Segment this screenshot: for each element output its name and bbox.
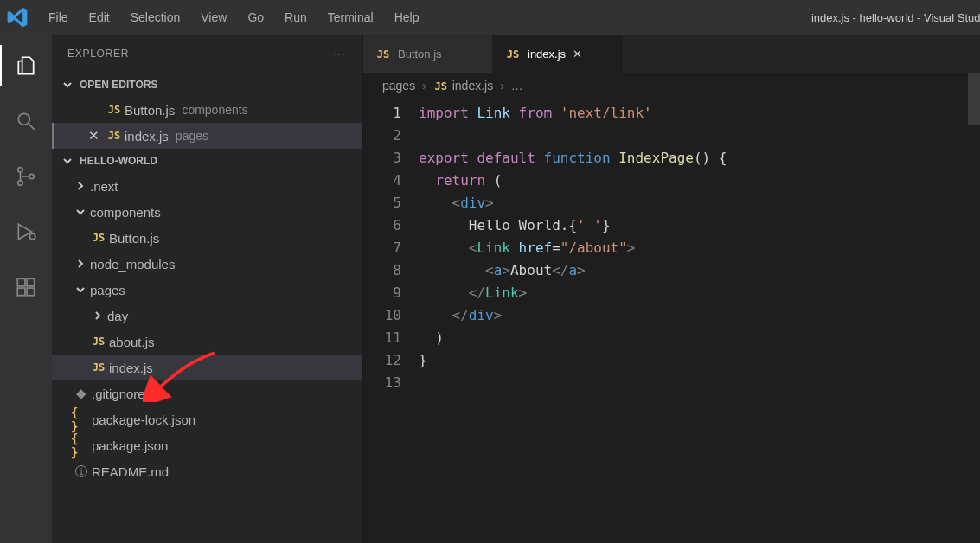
gutter-line-number: 3 (363, 147, 419, 169)
breadcrumbs[interactable]: pages›JS index.js›… (363, 73, 980, 99)
menu-view[interactable]: View (190, 3, 237, 31)
js-file-icon: JS (106, 130, 122, 142)
js-file-icon: JS (91, 232, 106, 244)
code-text: </div> (419, 304, 502, 327)
open-editor-meta: components (182, 103, 247, 117)
file-name: Button.js (109, 231, 159, 246)
code-line[interactable]: 8 <a>About</a> (363, 259, 980, 282)
code-line[interactable]: 7 <Link href="/about"> (363, 237, 980, 259)
code-line[interactable]: 11 ) (363, 327, 980, 349)
menu-run[interactable]: Run (274, 3, 317, 31)
chevron-right-icon: › (422, 79, 426, 93)
open-editors-label: OPEN EDITORS (80, 79, 157, 91)
folder-item[interactable]: pages (52, 277, 362, 303)
folder-item[interactable]: .next (52, 173, 362, 199)
chevron-right-icon (88, 310, 107, 321)
code-line[interactable]: 6 Hello World.{' '} (363, 214, 980, 237)
file-item[interactable]: { }package-lock.json (52, 406, 362, 432)
folder-item[interactable]: day (52, 303, 362, 329)
activity-extensions-icon[interactable] (5, 266, 47, 308)
activity-source-control-icon[interactable] (5, 156, 47, 197)
open-editor-name: index.js (125, 129, 169, 144)
json-file-icon: { } (71, 431, 92, 459)
code-line[interactable]: 5 <div> (363, 192, 980, 214)
code-line[interactable]: 4 return ( (363, 169, 980, 192)
svg-rect-6 (27, 278, 35, 286)
editor-tabs-bar: JSButton.jsJSindex.js✕ (363, 35, 980, 73)
code-text: <a>About</a> (419, 259, 586, 282)
code-line[interactable]: 13 (363, 372, 980, 394)
breadcrumb-item[interactable]: JS index.js (433, 79, 493, 93)
folder-name: day (107, 309, 128, 323)
file-item[interactable]: JSButton.js (52, 225, 362, 251)
code-line[interactable]: 2 (363, 125, 980, 147)
code-line[interactable]: 10 </div> (363, 304, 980, 327)
sidebar-title-bar: EXPLORER ··· (52, 35, 362, 73)
menu-selection[interactable]: Selection (120, 3, 191, 31)
code-line[interactable]: 12} (363, 349, 980, 372)
activity-search-icon[interactable] (5, 100, 47, 142)
file-item[interactable]: iREADME.md (52, 458, 362, 484)
menu-go[interactable]: Go (237, 3, 274, 31)
folder-name: pages (90, 283, 125, 297)
svg-point-0 (18, 113, 29, 125)
js-file-icon: JS (505, 48, 521, 61)
activity-run-debug-icon[interactable] (5, 211, 47, 252)
menu-help[interactable]: Help (384, 3, 430, 31)
side-bar: EXPLORER ··· OPEN EDITORS JSButton.jscom… (52, 35, 363, 543)
file-name: about.js (109, 335, 155, 349)
workbench: EXPLORER ··· OPEN EDITORS JSButton.jscom… (0, 35, 980, 543)
editor-tab[interactable]: JSindex.js✕ (493, 35, 623, 73)
close-icon[interactable]: ✕ (83, 128, 104, 144)
folder-item[interactable]: components (52, 199, 362, 225)
file-name: package-lock.json (92, 412, 195, 427)
file-name: package.json (92, 438, 168, 453)
gutter-line-number: 13 (363, 372, 419, 394)
gutter-line-number: 10 (363, 304, 419, 327)
menu-file[interactable]: File (38, 3, 79, 31)
svg-rect-7 (17, 288, 25, 296)
folder-name: components (90, 205, 161, 220)
editor-tab[interactable]: JSButton.js (363, 35, 493, 73)
workspace-label: HELLO-WORLD (80, 155, 157, 167)
gutter-line-number: 7 (363, 237, 419, 259)
open-editors-header[interactable]: OPEN EDITORS (52, 73, 362, 97)
editor-group: JSButton.jsJSindex.js✕ pages›JS index.js… (363, 35, 980, 543)
workspace-header[interactable]: HELLO-WORLD (52, 149, 362, 173)
open-editor-item[interactable]: ✕JSindex.jspages (52, 123, 362, 149)
folder-item[interactable]: node_modules (52, 251, 362, 277)
gutter-line-number: 4 (363, 169, 419, 192)
code-text: <Link href="/about"> (419, 237, 635, 259)
activity-explorer-icon[interactable] (5, 45, 47, 86)
menu-edit[interactable]: Edit (79, 3, 120, 31)
chevron-right-icon: › (500, 79, 504, 93)
code-line[interactable]: 9 </Link> (363, 282, 980, 304)
activity-bar (0, 35, 52, 543)
file-item[interactable]: { }package.json (52, 432, 362, 458)
menu-terminal[interactable]: Terminal (317, 3, 384, 31)
svg-point-4 (29, 233, 35, 240)
file-item[interactable]: ◆.gitignore (52, 380, 362, 406)
chevron-right-icon (71, 259, 90, 269)
js-file-icon: JS (91, 335, 106, 348)
chevron-down-icon (71, 284, 90, 295)
file-item[interactable]: JSabout.js (52, 329, 362, 355)
code-line[interactable]: 3export default function IndexPage() { (363, 147, 980, 169)
editor-tab-label: index.js (528, 48, 566, 61)
sidebar-title-label: EXPLORER (67, 48, 129, 60)
gutter-line-number: 6 (363, 214, 419, 237)
breadcrumb-item[interactable]: … (511, 79, 523, 93)
open-editor-item[interactable]: JSButton.jscomponents (52, 97, 362, 123)
code-editor[interactable]: 1import Link from 'next/link'23export de… (363, 99, 980, 394)
code-text: ) (419, 327, 444, 349)
folder-name: node_modules (90, 257, 175, 272)
breadcrumb-item[interactable]: pages (382, 79, 415, 93)
js-file-icon: JS (106, 104, 122, 116)
file-item[interactable]: JSindex.js (52, 355, 362, 380)
code-line[interactable]: 1import Link from 'next/link' (363, 102, 980, 125)
close-tab-icon[interactable]: ✕ (573, 48, 588, 61)
info-file-icon: i (75, 465, 87, 477)
git-file-icon: ◆ (76, 386, 86, 401)
code-text: <div> (419, 192, 494, 214)
sidebar-more-icon[interactable]: ··· (333, 48, 347, 60)
